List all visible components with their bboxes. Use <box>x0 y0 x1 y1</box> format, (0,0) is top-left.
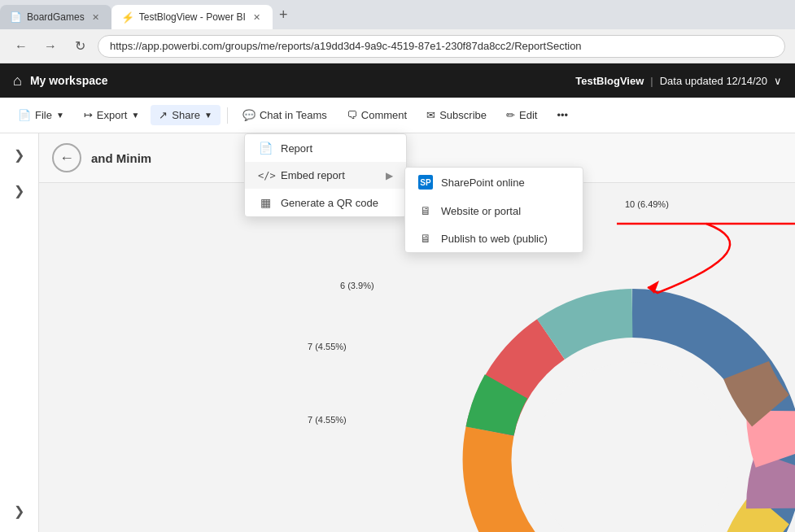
tab-label-powerbi: TestBlogView - Power BI <box>139 11 246 23</box>
sharepoint-icon: SP <box>418 175 433 190</box>
chat-teams-label: Chat in Teams <box>260 109 327 121</box>
embed-submenu-arrow-icon: ▶ <box>386 170 393 181</box>
tab-label-boardgames: BoardGames <box>27 11 85 23</box>
share-qr-label: Generate a QR code <box>281 197 378 209</box>
qr-icon: ▦ <box>258 196 273 209</box>
chat-teams-icon: 💬 <box>242 109 256 121</box>
svg-point-0 <box>535 362 730 532</box>
website-label: Website or portal <box>441 205 521 217</box>
export-label: Export <box>97 109 128 121</box>
header-chevron-icon[interactable]: ∨ <box>774 75 782 87</box>
export-icon: ↦ <box>84 109 93 121</box>
page-title: and Minim <box>91 151 151 165</box>
comment-icon: 🗨 <box>347 109 357 121</box>
address-bar: ← → ↻ <box>0 29 795 63</box>
toolbar: 📄 File ▼ ↦ Export ▼ ↗ Share ▼ 💬 Chat in … <box>0 98 795 133</box>
nav-forward-button[interactable]: → <box>39 35 62 58</box>
data-updated: Data updated 12/14/20 <box>660 75 767 87</box>
chart-label-1: 6 (3.9%) <box>340 281 374 290</box>
sidebar-collapse-3[interactable]: ❯ <box>5 496 34 525</box>
publish-web-item[interactable]: 🖥 Publish to web (public) <box>405 225 583 252</box>
website-portal-item[interactable]: 🖥 Website or portal <box>405 197 583 225</box>
donut-chart <box>404 273 795 532</box>
chart-label-2: 7 (4.55%) <box>308 342 347 351</box>
nav-back-button[interactable]: ← <box>10 35 33 58</box>
app-header: ⌂ My workspace TestBlogView | Data updat… <box>0 63 795 98</box>
tab-favicon-boardgames: 📄 <box>10 11 22 23</box>
share-dropdown: 📄 Report </> Embed report ▶ ▦ Generate a… <box>244 133 407 217</box>
sidebar-collapse-1[interactable]: ❯ <box>5 140 34 169</box>
file-icon: 📄 <box>18 109 31 121</box>
share-menu-embed[interactable]: </> Embed report ▶ <box>245 162 406 189</box>
edit-label: Edit <box>519 109 537 121</box>
sharepoint-online-item[interactable]: SP SharePoint online <box>405 168 583 197</box>
sharepoint-label: SharePoint online <box>441 177 525 189</box>
share-button[interactable]: ↗ Share ▼ <box>151 105 221 125</box>
header-separator: | <box>650 75 653 87</box>
address-input[interactable] <box>98 35 785 58</box>
more-button[interactable]: ••• <box>548 105 576 125</box>
report-icon: 📄 <box>258 142 273 155</box>
tab-close-powerbi[interactable]: ✕ <box>251 11 263 24</box>
comment-label: Comment <box>361 109 407 121</box>
tab-favicon-powerbi: ⚡ <box>121 11 134 24</box>
comment-button[interactable]: 🗨 Comment <box>339 105 415 125</box>
subscribe-icon: ✉ <box>426 109 435 121</box>
website-icon: 🖥 <box>418 204 433 217</box>
share-chevron-icon: ▼ <box>204 111 212 120</box>
browser-tabs: 📄 BoardGames ✕ ⚡ TestBlogView - Power BI… <box>0 0 795 29</box>
embed-icon: </> <box>258 170 273 181</box>
share-report-label: Report <box>281 142 312 155</box>
subscribe-button[interactable]: ✉ Subscribe <box>418 105 495 125</box>
sidebar-collapse-2[interactable]: ❯ <box>5 176 34 205</box>
share-label: Share <box>172 109 200 121</box>
chart-label-4: 10 (6.49%) <box>625 199 669 209</box>
embed-submenu: SP SharePoint online 🖥 Website or portal… <box>404 167 583 253</box>
chat-teams-button[interactable]: 💬 Chat in Teams <box>234 105 335 125</box>
publish-icon: 🖥 <box>418 232 433 245</box>
nav-refresh-button[interactable]: ↻ <box>68 35 91 58</box>
back-button[interactable]: ← <box>52 143 81 172</box>
workspace-name: My workspace <box>30 74 108 87</box>
export-chevron-icon: ▼ <box>131 111 139 120</box>
tab-close-boardgames[interactable]: ✕ <box>90 11 102 24</box>
toolbar-separator-1 <box>227 107 228 124</box>
subscribe-label: Subscribe <box>439 109 487 121</box>
new-tab-button[interactable]: + <box>273 3 295 27</box>
publish-label: Publish to web (public) <box>441 233 548 245</box>
share-menu-qr[interactable]: ▦ Generate a QR code <box>245 189 406 216</box>
edit-button[interactable]: ✏ Edit <box>498 105 545 125</box>
share-menu-report[interactable]: 📄 Report <box>245 134 406 162</box>
tab-powerbi[interactable]: ⚡ TestBlogView - Power BI ✕ <box>111 5 273 29</box>
edit-icon: ✏ <box>506 109 515 121</box>
share-embed-label: Embed report <box>281 169 345 181</box>
report-name: TestBlogView <box>575 75 644 87</box>
file-button[interactable]: 📄 File ▼ <box>10 105 72 125</box>
share-icon: ↗ <box>159 109 168 121</box>
file-label: File <box>35 109 52 121</box>
sidebar: ❯ ❯ ❯ <box>0 133 39 532</box>
export-button[interactable]: ↦ Export ▼ <box>76 105 147 125</box>
more-icon: ••• <box>557 109 568 121</box>
chart-label-3: 7 (4.55%) <box>308 415 347 425</box>
home-icon[interactable]: ⌂ <box>13 72 22 89</box>
tab-boardgames[interactable]: 📄 BoardGames ✕ <box>0 5 111 29</box>
file-chevron-icon: ▼ <box>56 111 64 120</box>
